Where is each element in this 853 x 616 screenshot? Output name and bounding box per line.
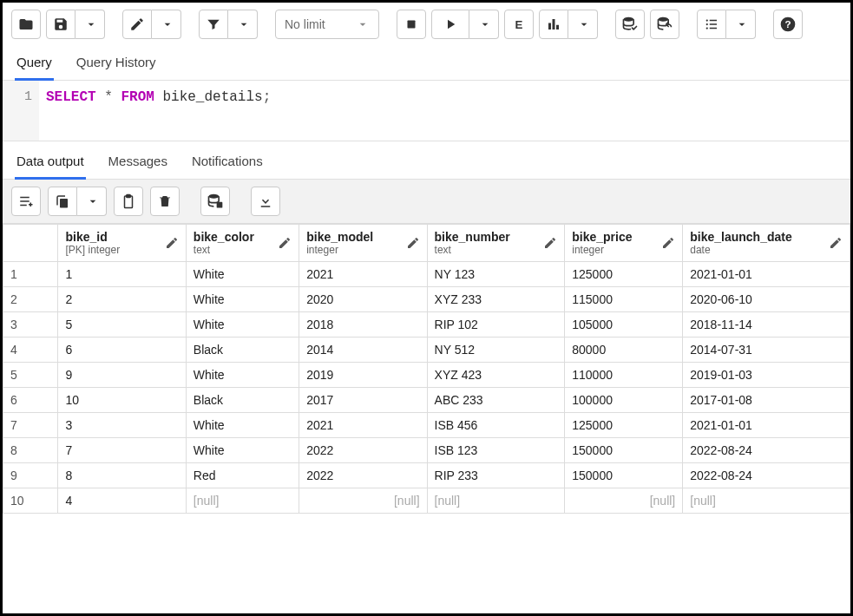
macros-button[interactable] bbox=[697, 10, 726, 39]
row-number[interactable]: 8 bbox=[3, 438, 58, 463]
table-row[interactable]: 98Red2022RIP 2331500002022-08-24 bbox=[3, 463, 850, 488]
cell-bike_launch_date[interactable]: 2021-01-01 bbox=[683, 413, 850, 438]
pencil-icon[interactable] bbox=[661, 236, 675, 250]
cell-bike_number[interactable]: ISB 456 bbox=[427, 413, 565, 438]
cell-bike_id[interactable]: 3 bbox=[58, 413, 186, 438]
cell-bike_color[interactable]: White bbox=[186, 438, 299, 463]
download-button[interactable] bbox=[251, 187, 280, 216]
tab-query[interactable]: Query bbox=[15, 46, 54, 81]
column-header-bike_model[interactable]: bike_modelinteger bbox=[299, 225, 427, 262]
cell-bike_price[interactable]: 80000 bbox=[565, 337, 683, 363]
explain-button[interactable]: E bbox=[504, 10, 534, 39]
copy-button[interactable] bbox=[48, 187, 77, 216]
cell-bike_price[interactable]: 150000 bbox=[565, 463, 683, 488]
column-header-bike_id[interactable]: bike_id[PK] integer bbox=[58, 225, 186, 262]
copy-dropdown-button[interactable] bbox=[77, 187, 107, 216]
column-header-bike_number[interactable]: bike_numbertext bbox=[427, 225, 565, 262]
cell-bike_color[interactable]: Black bbox=[186, 337, 299, 363]
commit-button[interactable] bbox=[615, 10, 645, 39]
cell-bike_number[interactable]: [null] bbox=[427, 488, 565, 514]
row-number[interactable]: 3 bbox=[3, 312, 58, 337]
cell-bike_model[interactable]: 2019 bbox=[299, 363, 427, 388]
sql-editor[interactable]: 1 SELECT * FROM bike_details; bbox=[3, 81, 850, 141]
open-file-button[interactable] bbox=[11, 10, 41, 39]
cell-bike_id[interactable]: 1 bbox=[58, 262, 186, 287]
table-row[interactable]: 610Black2017ABC 2331000002017-01-08 bbox=[3, 388, 850, 413]
cell-bike_color[interactable]: [null] bbox=[186, 488, 299, 514]
cell-bike_color[interactable]: White bbox=[186, 312, 299, 337]
cell-bike_id[interactable]: 2 bbox=[58, 287, 186, 312]
cell-bike_launch_date[interactable]: 2014-07-31 bbox=[683, 337, 850, 363]
row-number[interactable]: 9 bbox=[3, 463, 58, 488]
cell-bike_launch_date[interactable]: 2017-01-08 bbox=[683, 388, 850, 413]
delete-button[interactable] bbox=[150, 187, 180, 216]
add-row-button[interactable] bbox=[11, 187, 41, 216]
cell-bike_id[interactable]: 7 bbox=[58, 438, 186, 463]
cell-bike_launch_date[interactable]: 2022-08-24 bbox=[683, 438, 850, 463]
table-row[interactable]: 59White2019XYZ 4231100002019-01-03 bbox=[3, 363, 850, 388]
cell-bike_model[interactable]: [null] bbox=[299, 488, 427, 514]
cell-bike_price[interactable]: 125000 bbox=[565, 262, 683, 287]
rollback-button[interactable] bbox=[650, 10, 679, 39]
cell-bike_number[interactable]: XYZ 233 bbox=[427, 287, 565, 312]
cell-bike_color[interactable]: White bbox=[186, 413, 299, 438]
row-number[interactable]: 2 bbox=[3, 287, 58, 312]
cell-bike_model[interactable]: 2020 bbox=[299, 287, 427, 312]
cell-bike_model[interactable]: 2021 bbox=[299, 262, 427, 287]
cell-bike_color[interactable]: Black bbox=[186, 388, 299, 413]
table-row[interactable]: 46Black2014NY 512800002014-07-31 bbox=[3, 337, 850, 363]
cell-bike_id[interactable]: 5 bbox=[58, 312, 186, 337]
row-number[interactable]: 10 bbox=[3, 488, 58, 514]
cell-bike_launch_date[interactable]: 2021-01-01 bbox=[683, 262, 850, 287]
cell-bike_id[interactable]: 4 bbox=[58, 488, 186, 514]
cell-bike_launch_date[interactable]: 2020-06-10 bbox=[683, 287, 850, 312]
cell-bike_launch_date[interactable]: 2018-11-14 bbox=[683, 312, 850, 337]
save-button[interactable] bbox=[46, 10, 75, 39]
pencil-icon[interactable] bbox=[543, 236, 557, 250]
save-data-button[interactable] bbox=[200, 187, 230, 216]
stop-button[interactable] bbox=[397, 10, 426, 39]
cell-bike_launch_date[interactable]: 2022-08-24 bbox=[683, 463, 850, 488]
cell-bike_color[interactable]: White bbox=[186, 363, 299, 388]
table-row[interactable]: 104[null][null][null][null][null] bbox=[3, 488, 850, 514]
cell-bike_number[interactable]: XYZ 423 bbox=[427, 363, 565, 388]
table-row[interactable]: 87White2022ISB 1231500002022-08-24 bbox=[3, 438, 850, 463]
cell-bike_id[interactable]: 9 bbox=[58, 363, 186, 388]
column-header-bike_launch_date[interactable]: bike_launch_datedate bbox=[683, 225, 850, 262]
cell-bike_number[interactable]: NY 512 bbox=[427, 337, 565, 363]
cell-bike_id[interactable]: 10 bbox=[58, 388, 186, 413]
table-row[interactable]: 11White2021NY 1231250002021-01-01 bbox=[3, 262, 850, 287]
table-row[interactable]: 73White2021ISB 4561250002021-01-01 bbox=[3, 413, 850, 438]
cell-bike_number[interactable]: NY 123 bbox=[427, 262, 565, 287]
tab-data-output[interactable]: Data output bbox=[15, 147, 86, 180]
cell-bike_model[interactable]: 2022 bbox=[299, 438, 427, 463]
pencil-icon[interactable] bbox=[829, 236, 843, 250]
row-limit-select[interactable]: No limit bbox=[275, 10, 379, 39]
cell-bike_price[interactable]: 100000 bbox=[565, 388, 683, 413]
save-dropdown-button[interactable] bbox=[75, 10, 105, 39]
edit-dropdown-button[interactable] bbox=[152, 10, 181, 39]
cell-bike_price[interactable]: 110000 bbox=[565, 363, 683, 388]
explain-analyze-button[interactable] bbox=[539, 10, 568, 39]
cell-bike_price[interactable]: 105000 bbox=[565, 312, 683, 337]
execute-button[interactable] bbox=[431, 10, 469, 39]
help-button[interactable]: ? bbox=[773, 10, 803, 39]
cell-bike_price[interactable]: 115000 bbox=[565, 287, 683, 312]
cell-bike_number[interactable]: RIP 233 bbox=[427, 463, 565, 488]
cell-bike_number[interactable]: ISB 123 bbox=[427, 438, 565, 463]
row-number[interactable]: 6 bbox=[3, 388, 58, 413]
cell-bike_color[interactable]: Red bbox=[186, 463, 299, 488]
tab-messages[interactable]: Messages bbox=[107, 147, 169, 180]
tab-query-history[interactable]: Query History bbox=[75, 46, 158, 81]
cell-bike_launch_date[interactable]: 2019-01-03 bbox=[683, 363, 850, 388]
cell-bike_id[interactable]: 6 bbox=[58, 337, 186, 363]
macros-dropdown-button[interactable] bbox=[726, 10, 756, 39]
row-number[interactable]: 7 bbox=[3, 413, 58, 438]
tab-notifications[interactable]: Notifications bbox=[190, 147, 265, 180]
cell-bike_model[interactable]: 2017 bbox=[299, 388, 427, 413]
cell-bike_color[interactable]: White bbox=[186, 287, 299, 312]
table-row[interactable]: 35White2018RIP 1021050002018-11-14 bbox=[3, 312, 850, 337]
row-number[interactable]: 5 bbox=[3, 363, 58, 388]
cell-bike_model[interactable]: 2021 bbox=[299, 413, 427, 438]
cell-bike_model[interactable]: 2018 bbox=[299, 312, 427, 337]
